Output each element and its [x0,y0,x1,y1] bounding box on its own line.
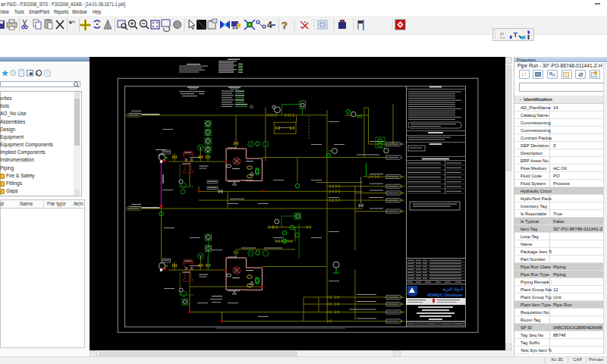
svg-text:?: ? [281,20,288,31]
svg-text:P: P [500,31,504,38]
svg-text:4: 4 [267,20,272,30]
svg-text:أدنوك البرية: أدنوك البرية [443,286,464,292]
svg-text:ADNOC Onshore: ADNOC Onshore [427,293,463,297]
svg-text:T: T [513,31,517,39]
